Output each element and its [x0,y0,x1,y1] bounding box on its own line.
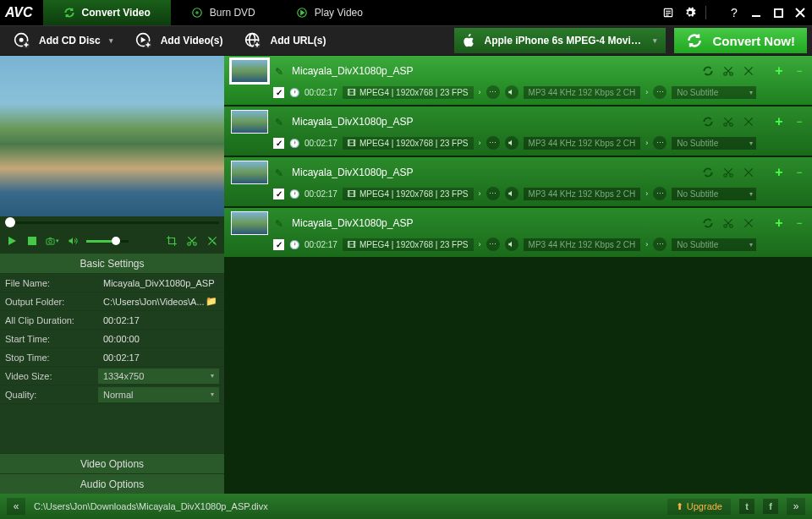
checkbox[interactable]: ✓ [273,188,284,199]
video-info: MPEG4 | 1920x768 | 23 FPS [359,189,469,199]
collapse-right-icon[interactable]: » [787,498,805,515]
quality-select[interactable]: Normal [98,387,219,402]
start-time-value[interactable]: 00:00:00 [98,334,219,344]
browse-folder-icon[interactable]: 📁 [206,296,219,307]
seek-slider[interactable] [0,216,224,228]
file-item[interactable]: ✎Micayala_DivX1080p_ASP+− ✓🕐00:02:17🎞MPE… [224,208,812,259]
cut-icon[interactable] [185,234,199,248]
add-videos-button[interactable]: Add Video(s) [127,29,232,52]
help-icon[interactable]: ? [727,6,741,19]
audio-icon[interactable] [505,136,518,150]
upgrade-button[interactable]: ⬆Upgrade [667,499,731,515]
button-label: Convert Now! [713,34,796,48]
video-settings-icon[interactable]: ⋯ [486,238,500,251]
file-item[interactable]: ✎Micayala_DivX1080p_ASP+− ✓🕐00:02:17🎞MPE… [224,107,812,157]
checkbox[interactable]: ✓ [273,138,284,149]
stop-time-label: Stop Time: [5,352,98,363]
file-name-label: File Name: [5,278,98,288]
subtitle-settings-icon[interactable]: ⋯ [653,187,667,200]
add-icon[interactable]: + [773,116,785,128]
subtitle-select[interactable]: No Subtitle [672,137,756,150]
duration-text: 00:02:17 [304,240,337,249]
subtitle-settings-icon[interactable]: ⋯ [653,85,667,99]
tab-burn-dvd[interactable]: Burn DVD [171,0,276,25]
effects-icon[interactable] [743,116,754,128]
edit-icon[interactable]: ✎ [275,66,285,76]
collapse-left-icon[interactable]: « [7,498,25,515]
effects-icon[interactable] [743,65,754,77]
edit-icon[interactable]: ✎ [275,117,285,127]
remove-icon[interactable]: − [793,116,805,128]
stop-button[interactable] [25,234,39,248]
video-settings-icon[interactable]: ⋯ [486,85,500,99]
refresh-icon[interactable] [702,217,714,229]
close-icon[interactable] [793,6,807,19]
tab-convert-video[interactable]: Convert Video [43,0,171,25]
button-label: Add URL(s) [270,35,326,46]
subtitle-select[interactable]: No Subtitle [672,238,756,251]
file-item[interactable]: ✎Micayala_DivX1080p_ASP+− ✓🕐00:02:17🎞MPE… [224,157,812,208]
audio-options-button[interactable]: Audio Options [0,473,224,494]
audio-icon[interactable] [505,238,518,251]
add-icon[interactable]: + [773,167,785,178]
file-name-value[interactable]: Micayala_DivX1080p_ASP [98,278,219,288]
duration-value: 00:02:17 [98,315,219,325]
video-options-button[interactable]: Video Options [0,453,224,473]
effects-icon[interactable] [206,234,219,248]
refresh-icon[interactable] [702,116,714,128]
start-time-label: Start Time: [5,334,98,344]
refresh-icon[interactable] [702,167,714,178]
app-logo: AVC [5,5,33,20]
play-button[interactable] [5,234,19,248]
svg-point-34 [214,243,215,243]
convert-now-button[interactable]: Convert Now! [674,28,808,53]
stop-time-value[interactable]: 00:02:17 [98,352,219,363]
output-profile-select[interactable]: Apple iPhone 6s MPEG-4 Movie (*.m... ▾ [454,28,666,53]
svg-rect-8 [774,8,782,16]
cut-icon[interactable] [722,65,734,77]
audio-icon[interactable] [505,187,518,200]
duration-text: 00:02:17 [304,139,337,148]
add-cd-disc-button[interactable]: Add CD Disc ▾ [5,29,122,52]
tab-play-video[interactable]: Play Video [276,0,383,25]
tab-label: Convert Video [82,7,151,19]
crop-icon[interactable] [165,234,178,248]
remove-icon[interactable]: − [793,65,805,77]
list-icon[interactable] [661,6,675,19]
cut-icon[interactable] [722,116,734,128]
checkbox[interactable]: ✓ [273,239,284,250]
checkbox[interactable]: ✓ [273,87,284,98]
edit-icon[interactable]: ✎ [275,167,285,178]
audio-icon[interactable] [505,85,518,99]
subtitle-select[interactable]: No Subtitle [672,86,756,99]
add-icon[interactable]: + [773,65,785,77]
subtitle-select[interactable]: No Subtitle [672,188,756,200]
twitter-icon[interactable]: t [739,499,754,514]
cut-icon[interactable] [722,217,734,229]
gear-icon[interactable] [683,6,697,19]
subtitle-settings-icon[interactable]: ⋯ [653,238,667,251]
remove-icon[interactable]: − [793,217,805,229]
video-settings-icon[interactable]: ⋯ [486,136,500,150]
snapshot-button[interactable]: ▾ [46,234,59,248]
tab-label: Play Video [315,7,363,19]
video-size-select[interactable]: 1334x750 [98,369,219,384]
minimize-icon[interactable] [749,6,763,19]
add-urls-button[interactable]: Add URL(s) [236,29,334,52]
remove-icon[interactable]: − [793,167,805,178]
volume-slider[interactable] [86,240,129,243]
volume-button[interactable] [66,234,80,248]
file-item[interactable]: ✎ Micayala_DivX1080p_ASP + − ✓ 🕐 00:02:1… [224,56,812,107]
svg-point-33 [210,238,211,239]
cut-icon[interactable] [722,167,734,178]
video-settings-icon[interactable]: ⋯ [486,187,500,200]
effects-icon[interactable] [743,217,754,229]
facebook-icon[interactable]: f [763,499,778,514]
maximize-icon[interactable] [771,6,785,19]
refresh-icon[interactable] [702,65,714,77]
effects-icon[interactable] [743,167,754,178]
profile-label: Apple iPhone 6s MPEG-4 Movie (*.m... [485,35,645,46]
edit-icon[interactable]: ✎ [275,218,285,228]
add-icon[interactable]: + [773,217,785,229]
subtitle-settings-icon[interactable]: ⋯ [653,136,667,150]
